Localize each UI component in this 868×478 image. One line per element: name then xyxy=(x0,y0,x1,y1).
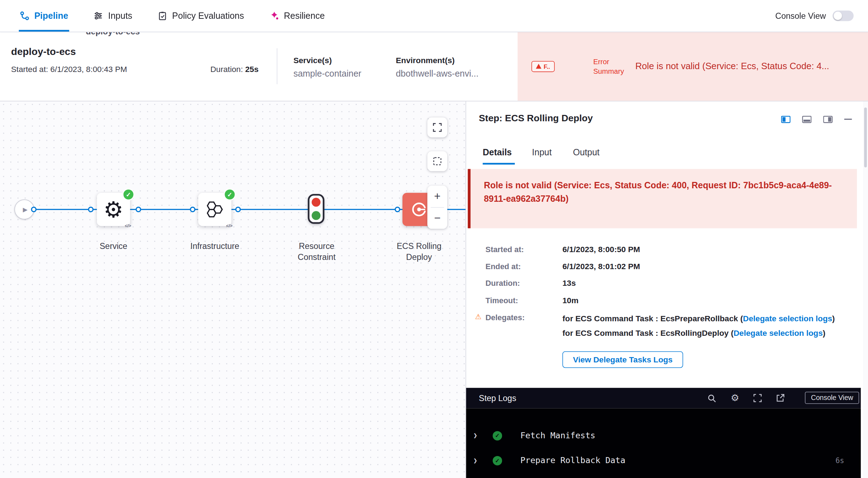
error-summary-text[interactable]: Role is not valid (Service: Ecs, Status … xyxy=(635,61,868,72)
node-label-ecs-rolling-deploy: ECS Rolling Deploy xyxy=(383,240,455,263)
tab-inputs-label: Inputs xyxy=(108,11,132,21)
services-block: Service(s) sample-container xyxy=(293,56,361,79)
environments-value[interactable]: dbothwell-aws-envi... xyxy=(396,69,478,79)
top-nav: Pipeline Inputs Policy Evaluations xyxy=(0,0,868,32)
step-error-banner: Role is not valid (Service: Ecs, Status … xyxy=(468,169,857,228)
screenshot-stage: Pipeline Inputs Policy Evaluations xyxy=(0,0,868,478)
status-badge-failed[interactable]: F.. xyxy=(531,61,554,72)
layout-right-split-icon[interactable] xyxy=(823,116,833,123)
console-view-toggle[interactable] xyxy=(833,11,853,21)
log-section-label: Prepare Rollback Data xyxy=(520,455,625,465)
node-service[interactable]: ⚙ ✓ </> xyxy=(97,193,130,226)
started-value: 6/1/2023, 8:00:50 PM xyxy=(563,245,640,254)
tab-inputs[interactable]: Inputs xyxy=(94,0,133,32)
success-check-badge: ✓ xyxy=(224,188,236,200)
duration-label: Duration: xyxy=(485,279,520,288)
code-template-icon: </> xyxy=(125,223,131,228)
pipeline-name: deploy-to-ecs xyxy=(11,46,76,58)
header-divider xyxy=(277,48,277,84)
edge-connector-dot xyxy=(235,207,241,212)
timeout-label: Timeout: xyxy=(485,296,518,305)
layout-bottom-split-icon[interactable] xyxy=(802,116,812,123)
minimize-panel-icon[interactable] xyxy=(844,118,852,120)
ended-label: Ended at: xyxy=(485,262,521,271)
delegates-value-block: for ECS Command Task : EcsPrepareRollbac… xyxy=(563,313,844,339)
status-badge-text: F.. xyxy=(543,63,550,70)
chevron-right-icon[interactable]: ❯ xyxy=(473,432,477,439)
delegate1-suffix: ) xyxy=(832,314,835,323)
duration-value: 25s xyxy=(245,65,259,74)
node-infrastructure[interactable]: ✓ </> xyxy=(198,193,231,226)
edge-connector-dot xyxy=(395,207,400,212)
layout-left-split-icon[interactable] xyxy=(781,116,791,123)
duration-text: Duration: 25s xyxy=(210,65,259,74)
tab-pipeline[interactable]: Pipeline xyxy=(20,0,68,32)
delegate1-text: for ECS Command Task : EcsPrepareRollbac… xyxy=(563,314,743,323)
search-icon[interactable] xyxy=(708,394,716,402)
panel-layout-controls xyxy=(781,116,852,123)
tab-resilience[interactable]: Resilience xyxy=(270,0,325,32)
active-tab-underline xyxy=(483,163,515,165)
clipped-breadcrumb: deploy-to-ecs xyxy=(86,32,140,36)
open-in-new-window-icon[interactable] xyxy=(776,394,784,402)
log-row-prepare-rollback-data[interactable]: ❯ ✓ Prepare Rollback Data 6s xyxy=(466,453,861,468)
log-row-fetch-manifests[interactable]: ❯ ✓ Fetch Manifests xyxy=(466,428,861,443)
pipeline-canvas[interactable]: ▶ ⚙ ✓ </> Service ✓ </> Infra xyxy=(0,101,466,478)
log-section-duration: 6s xyxy=(835,456,844,465)
execution-header: deploy-to-ecs deploy-to-ecs Started at: … xyxy=(0,32,868,101)
logs-console-view-button[interactable]: Console View xyxy=(805,392,859,404)
traffic-light-green xyxy=(312,211,321,220)
node-resource-constraint[interactable] xyxy=(308,194,325,224)
node-label-infrastructure: Infrastructure xyxy=(179,240,251,251)
step-logs-header: Step Logs ⚙ Console View xyxy=(466,388,861,408)
canvas-select-button[interactable] xyxy=(427,151,447,171)
tab-resilience-label: Resilience xyxy=(284,11,325,21)
delegates-label: Delegates: xyxy=(485,313,525,322)
started-at-text: Started at: 6/1/2023, 8:00:43 PM xyxy=(11,65,127,74)
zoom-controls: + − xyxy=(427,185,447,229)
duration-value: 13s xyxy=(563,279,576,288)
fullscreen-icon[interactable] xyxy=(754,394,762,402)
policy-check-icon xyxy=(158,11,167,21)
gear-icon[interactable]: ⚙ xyxy=(731,393,739,403)
traffic-light-red xyxy=(312,198,321,207)
gear-icon: ⚙ xyxy=(103,198,123,221)
log-success-check-icon: ✓ xyxy=(493,431,502,440)
edge-connector-dot xyxy=(136,207,141,212)
panel-tab-output[interactable]: Output xyxy=(573,148,599,157)
edge-connector-dot xyxy=(88,207,94,212)
inputs-icon xyxy=(94,11,103,21)
error-summary-label: Error Summary xyxy=(593,57,632,76)
fullscreen-icon xyxy=(433,123,442,132)
tab-policy-evaluations[interactable]: Policy Evaluations xyxy=(158,0,244,32)
step-logs-title: Step Logs xyxy=(479,393,517,403)
delegate2-selection-logs-link[interactable]: Delegate selection logs xyxy=(733,329,823,338)
delegate1-selection-logs-link[interactable]: Delegate selection logs xyxy=(743,314,832,323)
chevron-right-icon[interactable]: ❯ xyxy=(473,457,477,465)
services-value[interactable]: sample-container xyxy=(293,69,361,79)
play-icon: ▶ xyxy=(21,206,28,213)
pipeline-icon xyxy=(20,11,29,21)
panel-tab-details[interactable]: Details xyxy=(483,148,512,157)
header-error-region: F.. Error Summary Role is not valid (Ser… xyxy=(518,32,868,101)
marquee-select-icon xyxy=(433,157,442,166)
tab-pipeline-label: Pipeline xyxy=(34,11,68,21)
toggle-knob xyxy=(834,12,842,20)
resilience-chaos-icon xyxy=(270,11,279,21)
node-label-resource-constraint: Resource Constraint xyxy=(281,240,353,263)
zoom-out-button[interactable]: − xyxy=(427,207,447,229)
zoom-in-button[interactable]: + xyxy=(427,185,447,207)
scrollbar-thumb[interactable] xyxy=(864,107,867,167)
canvas-fullscreen-button[interactable] xyxy=(427,117,447,137)
panel-tab-input[interactable]: Input xyxy=(532,148,552,157)
started-label: Started at: xyxy=(485,245,524,254)
step-logs-console: Step Logs ⚙ Console View ❯ xyxy=(466,388,861,478)
hexagons-icon xyxy=(204,200,225,219)
view-delegate-tasks-logs-button[interactable]: View Delegate Tasks Logs xyxy=(563,351,683,368)
app-viewport: Pipeline Inputs Policy Evaluations xyxy=(0,0,868,478)
panel-scrollbar[interactable] xyxy=(863,101,868,478)
services-label: Service(s) xyxy=(293,56,361,65)
warning-triangle-icon xyxy=(536,64,542,69)
timeout-value: 10m xyxy=(563,296,579,305)
step-error-message: Role is not valid (Service: Ecs, Status … xyxy=(484,179,844,206)
